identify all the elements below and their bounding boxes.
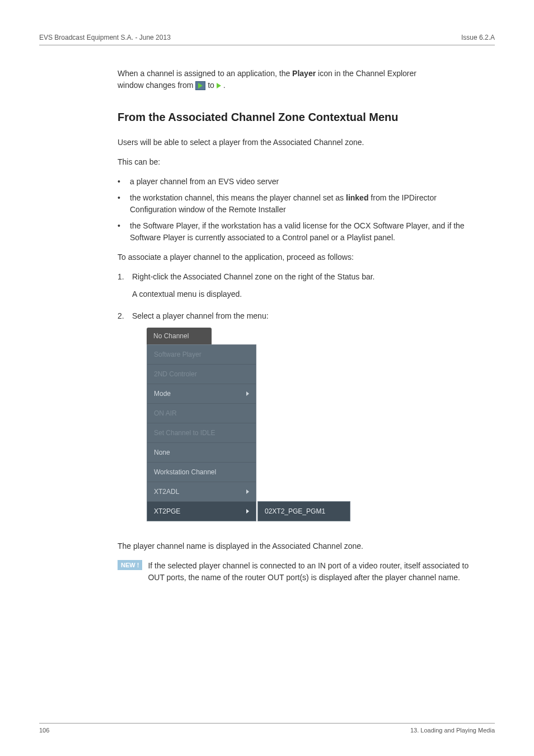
- menu-item: ON AIR: [147, 404, 256, 423]
- step-1: 1. Right-click the Associated Channel zo…: [118, 271, 470, 306]
- bullet-item: • the Software Player, if the workstatio…: [118, 220, 470, 244]
- menu-item-label: Mode: [154, 389, 171, 399]
- new-note-text: If the selected player channel is connec…: [148, 560, 476, 584]
- paragraph-3: To associate a player channel to the app…: [118, 251, 470, 263]
- intro-text-3: window changes from: [118, 81, 195, 90]
- submenu-item-label: 02XT2_PGE_PGM1: [265, 506, 325, 516]
- menu-item-label: XT2ADL: [154, 487, 179, 497]
- bullet-item: • a player channel from an EVS video ser…: [118, 176, 470, 188]
- menu-item[interactable]: XT2PGE: [147, 502, 256, 521]
- menu-item-label: ON AIR: [154, 408, 177, 418]
- chevron-right-icon: [246, 489, 249, 494]
- step-number: 2.: [118, 310, 132, 536]
- menu-item-label: Set Channel to IDLE: [154, 428, 215, 438]
- menu-item-label: None: [154, 447, 170, 458]
- menu-item[interactable]: Mode: [147, 384, 256, 404]
- step-text: Right-click the Associated Channel zone …: [132, 271, 470, 283]
- bullet-text: a player channel from an EVS video serve…: [130, 176, 470, 188]
- intro-player-word: Player: [292, 69, 316, 78]
- intro-paragraph: When a channel is assigned to an applica…: [118, 68, 470, 92]
- step-2: 2. Select a player channel from the menu…: [118, 310, 470, 536]
- paragraph-2: This can be:: [118, 156, 470, 168]
- play-triangle-icon: [198, 83, 203, 88]
- paragraph-after-menu: The player channel name is displayed in …: [118, 540, 470, 552]
- play-triangle-icon: [217, 83, 221, 88]
- intro-text-5: .: [223, 81, 226, 90]
- bullet-marker: •: [118, 192, 130, 216]
- menu-item-label: Workstation Channel: [154, 467, 216, 477]
- chevron-right-icon: [246, 509, 249, 514]
- context-menu: Software Player2ND ControlerModeON AIRSe…: [147, 344, 256, 521]
- new-badge: NEW !: [118, 560, 142, 570]
- footer-page-number: 106: [39, 727, 49, 734]
- step-text: Select a player channel from the menu:: [132, 310, 470, 322]
- menu-item[interactable]: XT2ADL: [147, 482, 256, 502]
- bullet-marker: •: [118, 220, 130, 244]
- intro-text-2: icon in the Channel Explorer: [316, 69, 416, 78]
- menu-item[interactable]: None: [147, 443, 256, 463]
- footer-chapter: 13. Loading and Playing Media: [410, 727, 495, 734]
- menu-item: Set Channel to IDLE: [147, 423, 256, 443]
- bullet-list: • a player channel from an EVS video ser…: [118, 176, 470, 244]
- step-text: A contextual menu is displayed.: [132, 288, 470, 300]
- section-heading: From the Associated Channel Zone Context…: [118, 109, 470, 125]
- bullet-marker: •: [118, 176, 130, 188]
- menu-item: Software Player: [147, 345, 256, 365]
- bullet-text-strong: linked: [346, 193, 368, 202]
- context-menu-screenshot: No Channel Software Player2ND ControlerM…: [147, 328, 415, 521]
- player-icon-framed: [195, 81, 205, 90]
- header-left: EVS Broadcast Equipment S.A. - June 2013: [39, 34, 171, 41]
- menu-item-label: XT2PGE: [154, 506, 180, 516]
- paragraph-1: Users will be able to select a player fr…: [118, 137, 470, 148]
- bullet-text: the workstation channel, this means the …: [130, 192, 470, 216]
- step-number: 1.: [118, 271, 132, 306]
- intro-text-4: to: [208, 81, 217, 90]
- new-note-row: NEW ! If the selected player channel is …: [118, 560, 476, 584]
- bullet-text-part: the workstation channel, this means the …: [130, 193, 346, 202]
- bullet-text: the Software Player, if the workstation …: [130, 220, 470, 244]
- context-submenu: 02XT2_PGE_PGM1: [257, 501, 350, 521]
- submenu-item[interactable]: 02XT2_PGE_PGM1: [258, 502, 350, 521]
- menu-item: 2ND Controler: [147, 365, 256, 384]
- intro-text: When a channel is assigned to an applica…: [118, 69, 292, 78]
- menu-item[interactable]: Workstation Channel: [147, 463, 256, 482]
- chevron-right-icon: [246, 391, 249, 396]
- header-right: Issue 6.2.A: [461, 34, 495, 41]
- menu-no-channel-header: No Channel: [147, 328, 212, 344]
- bullet-item: • the workstation channel, this means th…: [118, 192, 470, 216]
- player-icon-plain: [217, 80, 221, 92]
- menu-item-label: 2ND Controler: [154, 369, 197, 379]
- menu-item-label: Software Player: [154, 349, 202, 360]
